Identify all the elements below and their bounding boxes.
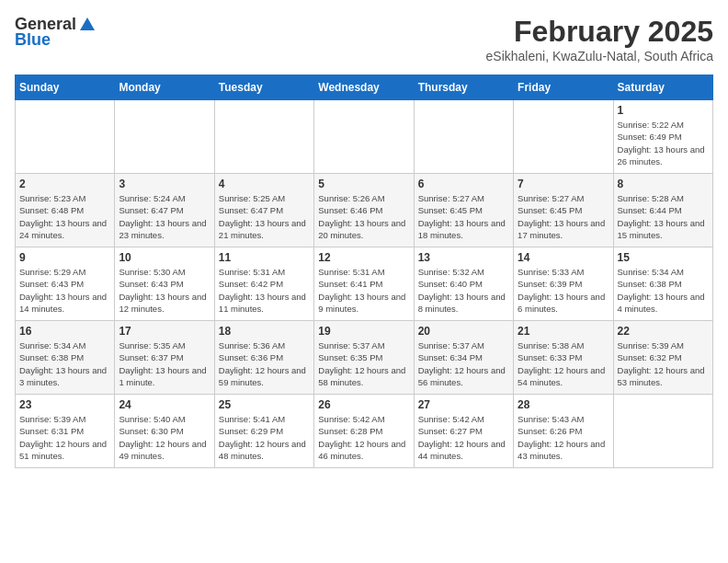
day-number: 23 bbox=[19, 398, 110, 411]
table-row: 18Sunrise: 5:36 AM Sunset: 6:36 PM Dayli… bbox=[214, 321, 313, 395]
day-detail: Sunrise: 5:43 AM Sunset: 6:26 PM Dayligh… bbox=[518, 414, 605, 461]
table-row: 13Sunrise: 5:32 AM Sunset: 6:40 PM Dayli… bbox=[414, 247, 513, 321]
table-row: 28Sunrise: 5:43 AM Sunset: 6:26 PM Dayli… bbox=[514, 395, 613, 468]
day-number: 13 bbox=[418, 251, 509, 264]
table-row: 1Sunrise: 5:22 AM Sunset: 6:49 PM Daylig… bbox=[613, 100, 712, 174]
logo: General Blue bbox=[15, 15, 97, 50]
day-detail: Sunrise: 5:23 AM Sunset: 6:48 PM Dayligh… bbox=[19, 193, 107, 240]
svg-marker-0 bbox=[80, 17, 95, 30]
day-detail: Sunrise: 5:31 AM Sunset: 6:41 PM Dayligh… bbox=[318, 267, 405, 314]
calendar-week-row: 9Sunrise: 5:29 AM Sunset: 6:43 PM Daylig… bbox=[16, 247, 713, 321]
day-detail: Sunrise: 5:32 AM Sunset: 6:40 PM Dayligh… bbox=[418, 267, 506, 314]
logo-blue-text: Blue bbox=[15, 30, 51, 50]
day-detail: Sunrise: 5:27 AM Sunset: 6:45 PM Dayligh… bbox=[518, 193, 605, 240]
table-row bbox=[414, 100, 513, 174]
day-detail: Sunrise: 5:41 AM Sunset: 6:29 PM Dayligh… bbox=[219, 414, 306, 461]
day-number: 2 bbox=[19, 178, 110, 190]
table-row: 14Sunrise: 5:33 AM Sunset: 6:39 PM Dayli… bbox=[514, 247, 613, 321]
header-saturday: Saturday bbox=[613, 75, 712, 100]
day-detail: Sunrise: 5:38 AM Sunset: 6:33 PM Dayligh… bbox=[518, 340, 605, 387]
header-friday: Friday bbox=[514, 75, 613, 100]
day-detail: Sunrise: 5:40 AM Sunset: 6:30 PM Dayligh… bbox=[119, 414, 206, 461]
day-number: 4 bbox=[219, 178, 310, 190]
table-row bbox=[16, 100, 115, 174]
day-detail: Sunrise: 5:33 AM Sunset: 6:39 PM Dayligh… bbox=[518, 267, 605, 314]
day-detail: Sunrise: 5:34 AM Sunset: 6:38 PM Dayligh… bbox=[19, 340, 107, 387]
header-tuesday: Tuesday bbox=[214, 75, 313, 100]
day-number: 1 bbox=[618, 104, 709, 117]
calendar-title: February 2025 bbox=[486, 15, 713, 49]
day-detail: Sunrise: 5:30 AM Sunset: 6:43 PM Dayligh… bbox=[119, 267, 206, 314]
day-number: 21 bbox=[518, 325, 609, 338]
table-row: 19Sunrise: 5:37 AM Sunset: 6:35 PM Dayli… bbox=[314, 321, 414, 395]
day-detail: Sunrise: 5:31 AM Sunset: 6:42 PM Dayligh… bbox=[219, 267, 306, 314]
day-number: 16 bbox=[19, 325, 110, 338]
day-detail: Sunrise: 5:37 AM Sunset: 6:34 PM Dayligh… bbox=[418, 340, 506, 387]
table-row bbox=[613, 395, 712, 468]
day-number: 11 bbox=[219, 251, 310, 264]
table-row: 10Sunrise: 5:30 AM Sunset: 6:43 PM Dayli… bbox=[115, 247, 214, 321]
day-number: 9 bbox=[19, 251, 110, 264]
day-detail: Sunrise: 5:36 AM Sunset: 6:36 PM Dayligh… bbox=[219, 340, 306, 387]
table-row: 20Sunrise: 5:37 AM Sunset: 6:34 PM Dayli… bbox=[414, 321, 513, 395]
day-number: 19 bbox=[318, 325, 409, 338]
calendar-subtitle: eSikhaleni, KwaZulu-Natal, South Africa bbox=[486, 49, 713, 63]
table-row bbox=[115, 100, 214, 174]
table-row bbox=[514, 100, 613, 174]
calendar-week-row: 2Sunrise: 5:23 AM Sunset: 6:48 PM Daylig… bbox=[16, 174, 713, 247]
table-row bbox=[214, 100, 313, 174]
day-number: 27 bbox=[418, 398, 509, 411]
table-row: 7Sunrise: 5:27 AM Sunset: 6:45 PM Daylig… bbox=[514, 174, 613, 247]
day-number: 14 bbox=[518, 251, 609, 264]
calendar-table: Sunday Monday Tuesday Wednesday Thursday… bbox=[15, 75, 713, 468]
day-number: 22 bbox=[618, 325, 709, 338]
day-detail: Sunrise: 5:29 AM Sunset: 6:43 PM Dayligh… bbox=[19, 267, 107, 314]
table-row bbox=[314, 100, 414, 174]
logo-icon bbox=[78, 16, 97, 34]
table-row: 5Sunrise: 5:26 AM Sunset: 6:46 PM Daylig… bbox=[314, 174, 414, 247]
day-number: 17 bbox=[119, 325, 210, 338]
day-number: 5 bbox=[318, 178, 409, 190]
day-detail: Sunrise: 5:39 AM Sunset: 6:32 PM Dayligh… bbox=[618, 340, 705, 387]
table-row: 11Sunrise: 5:31 AM Sunset: 6:42 PM Dayli… bbox=[214, 247, 313, 321]
day-detail: Sunrise: 5:35 AM Sunset: 6:37 PM Dayligh… bbox=[119, 340, 206, 387]
day-number: 18 bbox=[219, 325, 310, 338]
table-row: 23Sunrise: 5:39 AM Sunset: 6:31 PM Dayli… bbox=[16, 395, 115, 468]
day-number: 12 bbox=[318, 251, 409, 264]
calendar-week-row: 16Sunrise: 5:34 AM Sunset: 6:38 PM Dayli… bbox=[16, 321, 713, 395]
day-number: 7 bbox=[518, 178, 609, 190]
day-detail: Sunrise: 5:39 AM Sunset: 6:31 PM Dayligh… bbox=[19, 414, 107, 461]
calendar-week-row: 23Sunrise: 5:39 AM Sunset: 6:31 PM Dayli… bbox=[16, 395, 713, 468]
table-row: 24Sunrise: 5:40 AM Sunset: 6:30 PM Dayli… bbox=[115, 395, 214, 468]
day-number: 8 bbox=[618, 178, 709, 190]
day-number: 26 bbox=[318, 398, 409, 411]
day-detail: Sunrise: 5:25 AM Sunset: 6:47 PM Dayligh… bbox=[219, 193, 306, 240]
calendar-week-row: 1Sunrise: 5:22 AM Sunset: 6:49 PM Daylig… bbox=[16, 100, 713, 174]
day-detail: Sunrise: 5:37 AM Sunset: 6:35 PM Dayligh… bbox=[318, 340, 405, 387]
day-number: 24 bbox=[119, 398, 210, 411]
table-row: 6Sunrise: 5:27 AM Sunset: 6:45 PM Daylig… bbox=[414, 174, 513, 247]
table-row: 25Sunrise: 5:41 AM Sunset: 6:29 PM Dayli… bbox=[214, 395, 313, 468]
day-detail: Sunrise: 5:34 AM Sunset: 6:38 PM Dayligh… bbox=[618, 267, 705, 314]
table-row: 17Sunrise: 5:35 AM Sunset: 6:37 PM Dayli… bbox=[115, 321, 214, 395]
day-number: 20 bbox=[418, 325, 509, 338]
header-thursday: Thursday bbox=[414, 75, 513, 100]
day-detail: Sunrise: 5:22 AM Sunset: 6:49 PM Dayligh… bbox=[618, 120, 705, 167]
table-row: 8Sunrise: 5:28 AM Sunset: 6:44 PM Daylig… bbox=[613, 174, 712, 247]
day-detail: Sunrise: 5:42 AM Sunset: 6:28 PM Dayligh… bbox=[318, 414, 405, 461]
day-number: 6 bbox=[418, 178, 509, 190]
header-monday: Monday bbox=[115, 75, 214, 100]
weekday-header-row: Sunday Monday Tuesday Wednesday Thursday… bbox=[16, 75, 713, 100]
table-row: 15Sunrise: 5:34 AM Sunset: 6:38 PM Dayli… bbox=[613, 247, 712, 321]
table-row: 26Sunrise: 5:42 AM Sunset: 6:28 PM Dayli… bbox=[314, 395, 414, 468]
day-detail: Sunrise: 5:24 AM Sunset: 6:47 PM Dayligh… bbox=[119, 193, 206, 240]
day-detail: Sunrise: 5:28 AM Sunset: 6:44 PM Dayligh… bbox=[618, 193, 705, 240]
day-number: 10 bbox=[119, 251, 210, 264]
table-row: 21Sunrise: 5:38 AM Sunset: 6:33 PM Dayli… bbox=[514, 321, 613, 395]
day-number: 3 bbox=[119, 178, 210, 190]
title-block: February 2025 eSikhaleni, KwaZulu-Natal,… bbox=[486, 15, 713, 63]
table-row: 3Sunrise: 5:24 AM Sunset: 6:47 PM Daylig… bbox=[115, 174, 214, 247]
header-sunday: Sunday bbox=[16, 75, 115, 100]
table-row: 12Sunrise: 5:31 AM Sunset: 6:41 PM Dayli… bbox=[314, 247, 414, 321]
day-detail: Sunrise: 5:27 AM Sunset: 6:45 PM Dayligh… bbox=[418, 193, 506, 240]
